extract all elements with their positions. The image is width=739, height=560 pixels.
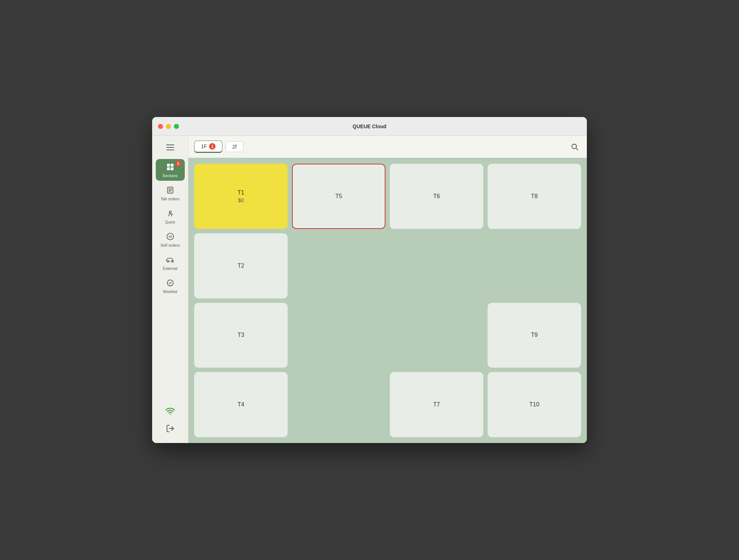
table-grid: T1 $0 T5 T6 T8 T2 xyxy=(188,158,587,443)
titlebar: QUEUE Cloud xyxy=(152,117,587,136)
empty-cell-r4c2 xyxy=(292,372,385,437)
sections-label: Sections xyxy=(162,174,178,178)
table-t2-label: T2 xyxy=(238,263,245,269)
right-panel: 1F 1 2f T1 $0 xyxy=(188,136,587,443)
table-t9-label: T9 xyxy=(531,332,538,338)
hamburger-line-2 xyxy=(166,147,174,148)
table-t10-label: T10 xyxy=(529,401,539,408)
table-t5-label: T5 xyxy=(335,193,342,200)
table-t8-label: T8 xyxy=(531,193,538,200)
sections-badge: 1 xyxy=(175,160,181,166)
table-t6-label: T6 xyxy=(433,193,440,200)
sections-icon xyxy=(165,162,175,172)
table-t9[interactable]: T9 xyxy=(488,303,581,368)
hamburger-line-3 xyxy=(166,150,174,150)
search-button[interactable] xyxy=(568,140,581,153)
sidebar-item-sections[interactable]: 1 Sections xyxy=(156,159,185,181)
sidebar-bottom xyxy=(163,404,178,439)
minimize-button[interactable] xyxy=(166,124,171,129)
table-t1-amount: $0 xyxy=(238,197,244,203)
worklist-icon xyxy=(165,278,175,288)
empty-cell-r3c3 xyxy=(390,303,483,368)
top-bar: 1F 1 2f xyxy=(188,136,587,158)
tab-orders-label: Tab orders xyxy=(161,197,180,201)
sidebar-item-worklist[interactable]: Worklist xyxy=(156,275,185,297)
table-t3-label: T3 xyxy=(238,332,245,338)
svg-line-15 xyxy=(576,148,578,150)
svg-rect-3 xyxy=(171,167,174,170)
close-button[interactable] xyxy=(158,124,163,129)
self-orders-label: Self orders xyxy=(160,243,180,247)
logout-icon[interactable] xyxy=(163,421,178,436)
empty-cell-r3c2 xyxy=(292,303,385,368)
floor-tab-2f[interactable]: 2f xyxy=(225,141,243,152)
main-content: 1 Sections xyxy=(152,136,587,443)
floor-tab-1f-label: 1F xyxy=(201,143,207,149)
external-icon xyxy=(165,255,175,265)
sidebar: 1 Sections xyxy=(152,136,188,443)
quick-icon xyxy=(165,208,175,218)
table-t3[interactable]: T3 xyxy=(194,303,288,368)
table-t6[interactable]: T6 xyxy=(390,164,483,229)
sidebar-item-external[interactable]: External xyxy=(156,252,185,273)
table-t4-label: T4 xyxy=(238,401,245,408)
svg-rect-0 xyxy=(167,164,170,167)
traffic-lights xyxy=(158,124,179,129)
svg-point-8 xyxy=(169,211,171,213)
table-t1[interactable]: T1 $0 xyxy=(194,164,288,229)
empty-cell-r2c3 xyxy=(390,233,483,298)
table-t1-label: T1 xyxy=(238,189,245,196)
floor-tab-2f-label: 2f xyxy=(232,144,237,150)
table-t10[interactable]: T10 xyxy=(488,372,581,437)
table-t7-label: T7 xyxy=(433,401,440,408)
svg-rect-1 xyxy=(171,164,174,167)
table-t7[interactable]: T7 xyxy=(390,372,483,437)
empty-cell-r2c2 xyxy=(292,233,385,298)
hamburger-line-1 xyxy=(166,145,174,145)
empty-cell-r2c4 xyxy=(488,233,581,298)
table-t8[interactable]: T8 xyxy=(488,164,581,229)
app-window: QUEUE Cloud 1 xyxy=(152,117,587,443)
floor-tab-1f-badge: 1 xyxy=(209,143,216,150)
sidebar-item-tab-orders[interactable]: Tab orders xyxy=(156,182,185,204)
table-t4[interactable]: T4 xyxy=(194,372,288,437)
maximize-button[interactable] xyxy=(174,124,179,129)
window-title: QUEUE Cloud xyxy=(352,124,386,129)
svg-point-12 xyxy=(170,414,171,415)
floor-tab-1f[interactable]: 1F 1 xyxy=(194,141,222,153)
worklist-label: Worklist xyxy=(163,289,177,294)
svg-rect-2 xyxy=(167,167,170,170)
quick-label: Quick xyxy=(165,220,175,224)
wifi-icon[interactable] xyxy=(163,404,178,418)
self-orders-icon xyxy=(165,231,175,242)
table-t2[interactable]: T2 xyxy=(194,233,288,298)
table-t5[interactable]: T5 xyxy=(292,164,385,229)
sidebar-item-quick[interactable]: Quick xyxy=(156,205,185,227)
tab-orders-icon xyxy=(165,185,175,195)
sidebar-item-self-orders[interactable]: Self orders xyxy=(156,229,185,250)
external-label: External xyxy=(163,266,177,271)
hamburger-menu[interactable] xyxy=(163,140,178,155)
